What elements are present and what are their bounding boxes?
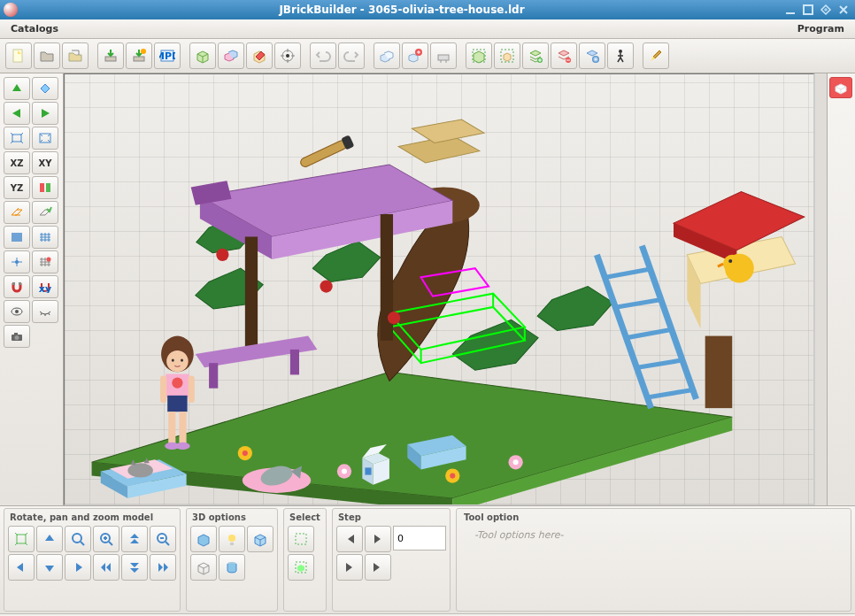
fit-view-button[interactable] [8,526,35,552]
3d-viewport[interactable] [64,73,814,505]
import-mpd-button[interactable] [126,42,152,69]
brush-button[interactable] [643,42,669,69]
zoom-button[interactable] [65,526,91,552]
pan-up-button[interactable] [36,526,63,552]
layer-add-button[interactable] [522,42,549,69]
box-edit-button[interactable] [246,42,273,69]
svg-point-17 [592,56,599,63]
fit-button[interactable] [4,127,30,150]
step-input[interactable] [393,526,446,551]
tool-option-panel: Tool option -Tool options here- [456,508,851,612]
view-yz-button[interactable]: YZ [4,176,30,199]
mpd-button[interactable]: MPD [154,42,181,69]
view-left-button[interactable] [4,102,30,125]
wireframe-button[interactable] [190,554,217,581]
zoom-out-button[interactable] [150,526,176,552]
copy-button[interactable] [374,42,400,69]
minimize-button[interactable] [782,3,798,17]
magnet-xy-button[interactable]: xy [32,275,58,298]
eye-closed-button[interactable] [32,300,58,323]
menu-program[interactable]: Program [792,21,850,36]
recent-button[interactable] [62,42,89,69]
redo-button[interactable] [338,42,365,69]
layer-color-button[interactable] [579,42,605,69]
svg-point-79 [320,280,332,292]
pan-right-button[interactable] [65,554,91,581]
menu-catalogs[interactable]: Catalogs [5,21,64,36]
pan-up-fast-button[interactable] [121,526,148,552]
svg-rect-5 [134,57,144,61]
bottom-panels: Rotate, pan and zoom model 3D options [0,505,855,613]
view-right-button[interactable] [32,102,58,125]
camera-button[interactable] [4,325,30,348]
select-add-button[interactable] [494,42,520,69]
new-file-button[interactable] [5,42,32,69]
color-toggle-button[interactable] [32,176,58,199]
pan-left-button[interactable] [8,554,35,581]
pan-right-fast-button[interactable] [150,554,176,581]
select-panel-title: Select [288,511,322,526]
svg-rect-22 [46,183,50,192]
select-panel: Select [283,508,327,612]
box-add-button[interactable] [189,42,216,69]
eye-open-button[interactable] [4,300,30,323]
diamond-button[interactable] [32,77,58,100]
walk-button[interactable] [607,42,634,69]
svg-point-78 [513,459,519,465]
shade-smooth-button[interactable] [247,526,273,552]
view-up-button[interactable] [4,77,30,100]
pan-left-fast-button[interactable] [93,554,119,581]
vertical-scrollbar[interactable] [814,73,827,505]
select-box-button[interactable] [288,526,314,552]
pan-down-button[interactable] [36,554,63,581]
layer-edit-button[interactable] [551,42,577,69]
step-prev-button[interactable] [336,554,363,581]
view-xy-button[interactable]: XY [32,151,58,174]
svg-point-23 [15,260,19,264]
fit-all-button[interactable] [32,127,58,150]
shade-flat-button[interactable] [190,526,217,552]
restore-button[interactable] [818,3,834,17]
step-first-button[interactable] [336,526,363,552]
svg-point-103 [73,534,81,543]
red-brick-button[interactable] [829,77,852,98]
light-button[interactable] [219,526,245,552]
snap-red-button[interactable] [32,250,58,273]
grid-check-button[interactable] [32,201,58,224]
svg-point-80 [388,312,400,324]
cylinder-button[interactable] [219,554,245,581]
svg-point-70 [728,259,732,263]
undo-button[interactable] [310,42,336,69]
rotate-panel-title: Rotate, pan and zoom model [8,511,176,526]
open-file-button[interactable] [34,42,60,69]
maximize-button[interactable] [800,3,816,17]
cut-button[interactable] [430,42,457,69]
step-next-button[interactable] [365,526,391,552]
snap-center-button[interactable] [4,250,30,273]
svg-rect-61 [160,375,166,403]
grid-plane-button[interactable] [4,201,30,224]
svg-point-69 [723,255,741,273]
main-toolbar: MPD [0,39,855,73]
zoom-in-button[interactable] [93,526,119,552]
paste-special-button[interactable] [402,42,428,69]
svg-rect-46 [245,236,258,354]
grid-fine-button[interactable] [4,226,30,249]
magnet-button[interactable] [4,275,30,298]
import-button[interactable] [97,42,124,69]
pan-down-fast-button[interactable] [121,554,148,581]
select-all-button[interactable] [466,42,492,69]
svg-point-54 [181,359,183,362]
svg-point-53 [172,359,174,362]
grid-coarse-button[interactable] [32,226,58,249]
select-brick-button[interactable] [288,554,314,581]
svg-rect-12 [438,55,449,60]
close-button[interactable] [836,3,851,17]
svg-rect-0 [786,12,795,14]
svg-point-72 [243,450,248,456]
view-xz-button[interactable]: XZ [4,151,30,174]
svg-rect-49 [209,363,218,389]
step-last-button[interactable] [365,554,391,581]
box-multi-button[interactable] [218,42,244,69]
target-button[interactable] [274,42,301,69]
